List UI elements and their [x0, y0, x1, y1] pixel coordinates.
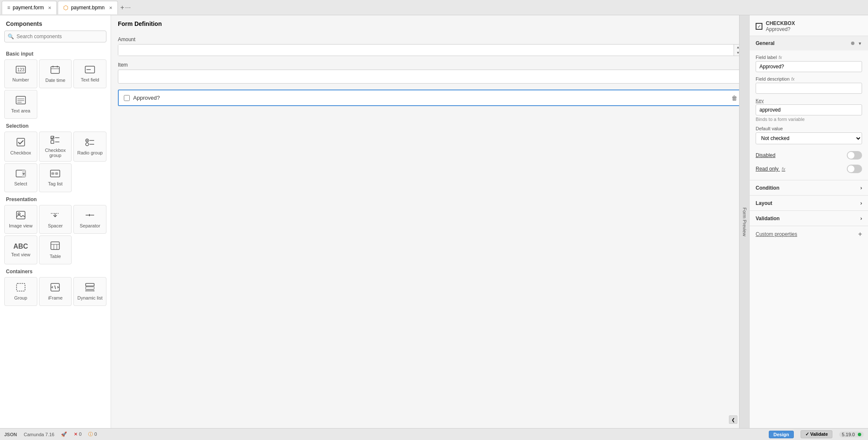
validate-button[interactable]: ✓ Validate [801, 430, 833, 438]
disabled-label[interactable]: Disabled [756, 152, 776, 158]
datetime-icon [50, 65, 60, 76]
table-label: Table [50, 254, 61, 259]
tab-more-button[interactable]: ··· [125, 4, 131, 11]
custom-prop-add-icon[interactable]: + [858, 230, 862, 238]
default-value-select[interactable]: Not checked Checked [756, 132, 862, 144]
version-badge: 5.19.0 [839, 432, 864, 437]
search-icon: 🔍 [8, 34, 14, 39]
tab-form-close[interactable]: ✕ [48, 6, 51, 10]
svg-rect-37 [17, 283, 25, 291]
component-imageview[interactable]: Image view [4, 205, 37, 234]
readonly-toggle[interactable] [847, 165, 862, 173]
field-description-label: Field description fx [756, 76, 862, 81]
field-amount: Amount ▲ ▼ [118, 36, 742, 56]
component-checkboxgroup[interactable]: Checkbox group [39, 132, 72, 162]
status-format[interactable]: JSON [4, 432, 17, 437]
tab-bpmn-label: payment.bpmn [71, 5, 104, 11]
amount-label: Amount [118, 36, 742, 42]
svg-rect-40 [86, 283, 94, 286]
textview-icon: ABC [13, 243, 28, 250]
approved-label: Approved? [133, 95, 160, 101]
checkbox-icon [17, 138, 25, 149]
component-number[interactable]: 123 Number [4, 59, 37, 88]
taglist-label: Tag list [48, 181, 62, 186]
presentation-grid: Image view Spacer Separator ABC Text [4, 205, 106, 264]
properties-panel: CHECKBOX Approved? General ▼ Field label… [749, 15, 868, 428]
separator-icon [85, 211, 95, 221]
layout-section[interactable]: Layout › [750, 196, 868, 211]
custom-properties-row[interactable]: Custom properties + [750, 226, 868, 242]
component-table[interactable]: Table [39, 235, 72, 264]
checkbox-preview-icon [756, 23, 762, 30]
component-separator[interactable]: Separator [73, 205, 106, 234]
tab-bpmn-close[interactable]: ✕ [109, 6, 112, 10]
dynamiclist-icon [85, 283, 95, 294]
components-scroll: Basic input 123 Number Date time [0, 47, 111, 428]
checkboxgroup-label: Checkbox group [41, 148, 70, 158]
status-bar: JSON Camunda 7.16 🚀 ✕ 0 ⓘ 0 Design ✓ Val… [0, 428, 868, 440]
spacer-icon [50, 211, 60, 221]
tab-bpmn[interactable]: ⬡ payment.bpmn ✕ [58, 1, 117, 14]
field-approved[interactable]: Approved? 🗑 [118, 90, 742, 106]
status-rocket-icon: 🚀 [61, 432, 67, 437]
component-group[interactable]: Group [4, 277, 37, 306]
condition-arrow: › [860, 185, 862, 191]
component-spacer[interactable]: Spacer [39, 205, 72, 234]
validate-icon: ✓ [805, 432, 809, 437]
form-header: Form Definition [111, 15, 749, 32]
tab-add-button[interactable]: + [120, 4, 124, 11]
item-input[interactable] [118, 70, 742, 84]
spacer-label: Spacer [48, 223, 63, 228]
general-section-header[interactable]: General ▼ [750, 36, 868, 50]
field-label-label: Field label fx [756, 55, 862, 60]
section-basic-input: Basic input [4, 51, 106, 57]
form-preview-label[interactable]: Form Preview [739, 15, 749, 428]
default-value-field: Default value Not checked Checked [756, 126, 862, 144]
svg-rect-41 [86, 287, 94, 289]
collapse-button[interactable]: ❮ [729, 415, 737, 424]
component-datetime[interactable]: Date time [39, 59, 72, 88]
readonly-toggle-row: Read only fx [756, 162, 862, 176]
design-button[interactable]: Design [769, 431, 794, 438]
status-errors: ✕ 0 [74, 432, 81, 437]
approved-checkbox[interactable] [124, 95, 130, 101]
general-dot [851, 42, 854, 45]
delete-icon[interactable]: 🗑 [731, 95, 737, 101]
component-taglist[interactable]: Tag list [39, 163, 72, 192]
key-input[interactable] [756, 104, 862, 115]
general-arrow: ▼ [858, 41, 862, 46]
component-checkbox[interactable]: Checkbox [4, 132, 37, 162]
item-label: Item [118, 62, 742, 68]
search-input[interactable] [4, 31, 106, 42]
prop-type: CHECKBOX [766, 20, 795, 26]
error-count: 0 [79, 432, 81, 437]
component-iframe[interactable]: iFrame [39, 277, 72, 306]
field-label-input[interactable] [756, 61, 862, 72]
field-label-fx: fx [779, 55, 782, 60]
svg-line-39 [55, 286, 56, 289]
amount-input[interactable] [118, 45, 734, 56]
component-radiogroup[interactable]: Radio group [73, 132, 106, 162]
datetime-label: Date time [45, 78, 65, 83]
disabled-toggle[interactable] [847, 151, 862, 160]
field-description-input[interactable] [756, 83, 862, 94]
tab-form[interactable]: ≡ payment.form ✕ [2, 1, 57, 14]
textview-label: Text view [11, 252, 30, 257]
component-textview[interactable]: ABC Text view [4, 235, 37, 264]
warning-count: 0 [94, 432, 97, 437]
condition-section[interactable]: Condition › [750, 180, 868, 196]
select-label: Select [14, 181, 28, 186]
component-textarea[interactable]: Text area [4, 90, 37, 119]
key-label[interactable]: Key [756, 98, 862, 103]
version-text: 5.19.0 [842, 432, 855, 437]
component-dynamiclist[interactable]: Dynamic list [73, 277, 106, 306]
validation-section[interactable]: Validation › [750, 211, 868, 226]
field-description-fx: fx [791, 77, 795, 81]
readonly-label: Read only fx [756, 166, 785, 172]
component-select[interactable]: Select [4, 163, 37, 192]
checkboxgroup-icon [50, 135, 60, 146]
tab-bpmn-icon: ⬡ [63, 4, 68, 11]
components-panel: Components 🔍 Basic input 123 Number [0, 15, 111, 428]
tab-bar: ≡ payment.form ✕ ⬡ payment.bpmn ✕ + ··· [0, 0, 868, 15]
component-textfield[interactable]: Text field [73, 59, 106, 88]
